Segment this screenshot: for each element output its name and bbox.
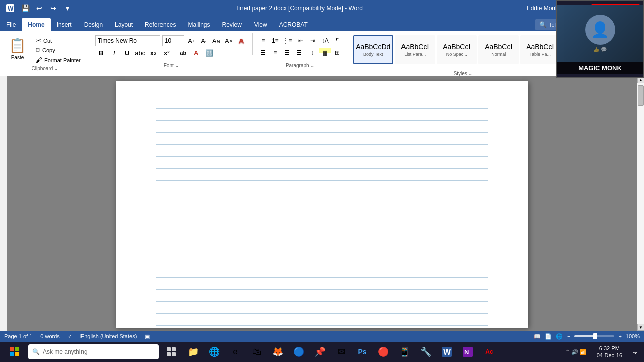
style-no-spacing[interactable]: AaBbCcI No Spac...	[437, 35, 477, 64]
italic-button[interactable]: I	[108, 47, 120, 58]
increase-indent-button[interactable]: ⇥	[307, 35, 318, 46]
tab-file[interactable]: File	[0, 18, 22, 31]
read-mode-icon[interactable]: 📖	[534, 333, 541, 340]
grow-font-button[interactable]: A+	[186, 35, 197, 46]
taskbar-mail-icon[interactable]: ✉	[331, 343, 351, 361]
numbering-button[interactable]: 1≡	[270, 35, 281, 46]
tab-layout[interactable]: Layout	[109, 18, 139, 31]
tab-references[interactable]: References	[139, 18, 182, 31]
clock[interactable]: 6:32 PM 04-Dec-16	[593, 343, 626, 361]
style-body-text[interactable]: AaBbCcDd Body Text	[353, 35, 393, 64]
paragraph-expand-icon[interactable]: ⌄	[310, 63, 314, 68]
font-color-button[interactable]: A	[190, 47, 202, 58]
taskbar-onenote-icon[interactable]: N	[458, 343, 478, 361]
taskbar-misc1-icon[interactable]: 🔴	[373, 343, 393, 361]
taskbar-word-icon[interactable]: W	[437, 343, 457, 361]
strikethrough-button[interactable]: abc	[134, 47, 146, 58]
start-button[interactable]	[2, 343, 26, 361]
superscript-button[interactable]: x²	[160, 47, 173, 58]
shading-button[interactable]: ▓	[319, 47, 331, 58]
taskbar-edge-icon[interactable]: 🌐	[204, 343, 224, 361]
zoom-slider[interactable]	[574, 335, 614, 337]
save-icon[interactable]: 💾	[19, 2, 31, 14]
more-qa-icon[interactable]: ▾	[61, 2, 73, 14]
taskbar-chrome-icon[interactable]: 🔵	[289, 343, 309, 361]
font-expand-icon[interactable]: ⌄	[175, 63, 179, 68]
style-list-para[interactable]: AaBbCcI List Para...	[395, 35, 435, 64]
line-spacing-button[interactable]: ↕	[307, 47, 318, 58]
redo-icon[interactable]: ↪	[47, 2, 59, 14]
taskbar-misc3-icon[interactable]: 🔧	[416, 343, 436, 361]
font-group: A+ A- Aa A✕ A B I U abc x₂ x² ab A 🔠	[92, 33, 250, 69]
text-effects-button[interactable]: A	[236, 35, 247, 46]
copy-button[interactable]: ⧉ Copy	[34, 46, 83, 55]
style-table-para[interactable]: AaBbCcI Table Pa...	[520, 35, 560, 64]
taskbar-photoshop-icon[interactable]: Ps	[352, 343, 372, 361]
underline-button[interactable]: U	[121, 47, 133, 58]
scroll-down-button[interactable]: ▼	[637, 324, 644, 331]
font-family-selector[interactable]	[95, 35, 160, 46]
sort-button[interactable]: ↕A	[319, 35, 331, 46]
cut-button[interactable]: ✂ Cut	[34, 36, 83, 45]
spell-check-icon[interactable]: ✓	[68, 333, 72, 340]
taskbar-sticky-icon[interactable]: 📌	[310, 343, 330, 361]
text-highlight-button[interactable]: ab	[177, 47, 189, 58]
taskbar-firefox-icon[interactable]: 🦊	[268, 343, 288, 361]
show-formatting-button[interactable]: ¶	[332, 35, 343, 46]
clear-format-button[interactable]: A✕	[223, 35, 234, 46]
align-right-button[interactable]: ☰	[282, 47, 293, 58]
document-lines-above: ⌶	[156, 97, 488, 331]
tab-design[interactable]: Design	[78, 18, 109, 31]
web-layout-icon[interactable]: 🌐	[556, 333, 563, 340]
doc-line	[156, 109, 488, 121]
tab-review[interactable]: Review	[216, 18, 248, 31]
shrink-font-button[interactable]: A-	[198, 35, 209, 46]
document-area[interactable]: ⌶	[7, 76, 637, 331]
change-case-button[interactable]: Aa	[211, 35, 222, 46]
taskbar-store-icon[interactable]: 🛍	[247, 343, 267, 361]
borders-button[interactable]: ⊞	[332, 47, 343, 58]
paste-button[interactable]: 📋 Paste	[5, 35, 30, 62]
taskbar-explorer-icon[interactable]: 📁	[183, 343, 203, 361]
style-normal[interactable]: AaBbCcI Normal	[478, 35, 519, 64]
bold-button[interactable]: B	[95, 47, 107, 58]
format-painter-button[interactable]: 🖌 Format Painter	[34, 56, 83, 64]
tab-home[interactable]: Home	[22, 18, 50, 31]
scroll-thumb[interactable]	[638, 85, 644, 106]
tab-mailings[interactable]: Mailings	[182, 18, 216, 31]
person-avatar: 👤	[585, 15, 615, 45]
scroll-track[interactable]	[637, 83, 644, 324]
bullets-button[interactable]: ≡	[258, 35, 269, 46]
notification-button[interactable]: 🗨	[628, 343, 642, 361]
tab-acrobat[interactable]: ACROBAT	[273, 18, 314, 31]
justify-button[interactable]: ☰	[294, 47, 305, 58]
subscript-button[interactable]: x₂	[147, 47, 159, 58]
document-page[interactable]: ⌶	[116, 81, 528, 328]
taskbar-acrobat-icon[interactable]: Ac	[479, 343, 499, 361]
multilevel-list-button[interactable]: ⋮≡	[282, 35, 293, 46]
tab-insert[interactable]: Insert	[51, 18, 78, 31]
print-layout-icon[interactable]: 📄	[545, 333, 552, 340]
taskbar-search[interactable]: 🔍 Ask me anything	[28, 344, 159, 359]
align-center-button[interactable]: ≡	[270, 47, 281, 58]
tab-view[interactable]: View	[248, 18, 273, 31]
zoom-out-button[interactable]: −	[567, 333, 570, 339]
align-left-button[interactable]: ☰	[258, 47, 269, 58]
character-shading-button[interactable]: 🔠	[203, 47, 215, 58]
zoom-thumb[interactable]	[593, 333, 597, 339]
para-divider2	[306, 48, 306, 57]
undo-icon[interactable]: ↩	[33, 2, 45, 14]
font-size-selector[interactable]	[162, 35, 184, 46]
vertical-scrollbar[interactable]: ▲ ▼	[637, 76, 644, 331]
system-tray[interactable]: ⌃ 🔊 📶	[561, 343, 591, 361]
language-label: English (United States)	[80, 333, 137, 339]
decrease-indent-button[interactable]: ⇤	[295, 35, 306, 46]
taskbar-ie-icon[interactable]: e	[225, 343, 246, 361]
styles-expand-icon[interactable]: ⌄	[468, 71, 472, 76]
doc-line	[156, 169, 488, 181]
task-view-button[interactable]	[161, 343, 181, 361]
zoom-in-button[interactable]: +	[618, 333, 621, 339]
clipboard-expand-icon[interactable]: ⌄	[54, 66, 58, 71]
group-divider2	[252, 33, 253, 55]
taskbar-misc2-icon[interactable]: 📱	[394, 343, 415, 361]
